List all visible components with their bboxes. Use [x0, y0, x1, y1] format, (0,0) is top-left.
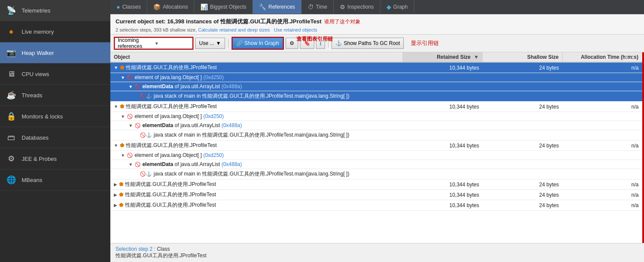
sidebar-item-threads[interactable]: ☕ Threads — [0, 85, 110, 106]
table-row[interactable]: ▶⬟性能调优篇.GUI工具的使用.JProfileTest10,344 byte… — [110, 190, 642, 200]
table-row[interactable]: ▶⬟性能调优篇.GUI工具的使用.JProfileTest10,344 byte… — [110, 200, 642, 211]
selection-step-link[interactable]: Selection step 2 : — [116, 246, 157, 252]
expand-icon[interactable]: ▼ — [121, 114, 125, 119]
tab-allocations[interactable]: 📦 Allocations — [147, 0, 194, 14]
object-type-icon: ⬟ — [119, 202, 123, 208]
object-address: (0x488a) — [222, 122, 242, 128]
use-dropdown-icon: ▼ — [216, 40, 221, 46]
shallow-size — [483, 130, 562, 141]
table-row[interactable]: ▼🚫element of java.lang.Object[ ] (0xd250… — [110, 73, 642, 82]
settings-icon: ⚙ — [290, 40, 294, 46]
tab-references[interactable]: 🔧 References — [253, 0, 301, 14]
sidebar-label-jee: JEE & Probes — [22, 156, 57, 162]
sidebar-item-cpu-views[interactable]: 🖥 CPU views — [0, 64, 110, 85]
table-row[interactable]: 🚫⚓java stack of main in 性能调优篇.GUI工具的使用.J… — [110, 91, 642, 102]
settings-button[interactable]: ⚙ — [286, 38, 298, 49]
tab-time[interactable]: ⏱ Time — [302, 0, 334, 14]
table-row[interactable]: ▼🚫elementData of java.util.ArrayList (0x… — [110, 121, 642, 130]
show-in-graph-button[interactable]: 🔗 Show In Graph — [232, 38, 283, 49]
tab-biggest-objects[interactable]: 📊 Biggest Objects — [194, 0, 253, 14]
classes-tab-icon: ● — [116, 3, 120, 10]
shallow-size: 24 bytes — [483, 190, 562, 200]
col-header-shallow[interactable]: Shallow Size — [483, 52, 562, 62]
use-button[interactable]: Use ... ▼ — [195, 38, 225, 49]
table-row[interactable]: ▼⬟性能调优篇.GUI工具的使用.JProfileTest10,344 byte… — [110, 102, 642, 112]
show-paths-button[interactable]: ⚓ Show Paths To GC Root — [332, 38, 404, 49]
bookmark-button[interactable]: 🔖 — [300, 38, 314, 49]
object-type-icon: 🚫 — [127, 114, 133, 119]
expand-icon[interactable]: ▼ — [129, 84, 133, 89]
sidebar-item-mbeans[interactable]: 🌐 MBeans — [0, 169, 110, 191]
col-header-retained[interactable]: Retained Size ▼ — [403, 52, 483, 62]
retained-size — [403, 151, 483, 160]
table-row[interactable]: ▼🚫element of java.lang.Object[ ] (0xd250… — [110, 112, 642, 121]
sidebar-item-telemetries[interactable]: 📡 Telemetries — [0, 0, 110, 21]
jee-icon: ⚙ — [5, 153, 17, 165]
info-icon: i — [320, 40, 322, 47]
retained-size — [403, 73, 483, 82]
alloc-time — [562, 121, 642, 130]
table-row[interactable]: ▼🚫elementData of java.util.ArrayList (0x… — [110, 160, 642, 169]
sort-arrow-icon: ▼ — [474, 54, 479, 60]
shallow-size: 24 bytes — [483, 141, 562, 151]
table-container[interactable]: Object Retained Size ▼ Shallow Size Allo… — [110, 52, 642, 243]
table-body: ▼⬟性能调优篇.GUI工具的使用.JProfileTest10,344 byte… — [110, 62, 642, 211]
expand-icon[interactable]: ▼ — [129, 162, 133, 167]
incoming-references-dropdown[interactable]: Incoming references ▼ — [115, 38, 193, 49]
expand-icon[interactable]: ▶ — [114, 203, 117, 208]
table-row[interactable]: ▼🚫element of java.lang.Object[ ] (0xd250… — [110, 151, 642, 160]
shallow-size — [483, 112, 562, 121]
use-retained-link[interactable]: Use retained objects — [274, 27, 317, 32]
table-row[interactable]: ▼🚫elementData of java.util.ArrayList (0x… — [110, 82, 642, 91]
tab-graph[interactable]: ◆ Graph — [380, 0, 414, 14]
object-address: (0xd250) — [203, 152, 224, 158]
tab-inspections[interactable]: ⚙ Inspections — [334, 0, 380, 14]
use-button-label: Use ... — [199, 40, 214, 46]
tab-allocations-label: Allocations — [163, 4, 188, 10]
col-header-alloc[interactable]: Allocation Time (h:m:s) — [562, 52, 642, 62]
expand-icon[interactable]: ▼ — [121, 153, 125, 158]
object-type-icon: ⬟ — [120, 64, 124, 70]
table-header-row: Object Retained Size ▼ Shallow Size Allo… — [110, 52, 642, 62]
expand-icon[interactable]: ▼ — [129, 123, 133, 128]
sidebar-label-threads: Threads — [22, 92, 42, 99]
expand-icon[interactable]: ▼ — [114, 143, 118, 148]
table-row[interactable]: ▶⬟性能调优篇.GUI工具的使用.JProfileTest10,344 byte… — [110, 179, 642, 190]
tab-classes[interactable]: ● Classes — [110, 0, 147, 14]
expand-icon[interactable]: ▶ — [114, 192, 117, 197]
retained-size — [403, 169, 483, 179]
status-class-name: 性能调优篇.GUI工具的使用.JProfileTest — [116, 252, 206, 259]
time-tab-icon: ⏱ — [308, 3, 314, 10]
table-row[interactable]: 🚫⚓java stack of main in 性能调优篇.GUI工具的使用.J… — [110, 169, 642, 179]
retained-size: 10,344 bytes — [403, 62, 483, 73]
alloc-time: n/a — [562, 190, 642, 200]
object-address: (0x488a) — [222, 83, 242, 89]
sidebar-item-jee-probes[interactable]: ⚙ JEE & Probes — [0, 148, 110, 169]
show-in-graph-label: Show In Graph — [245, 40, 279, 46]
table-row[interactable]: ▼⬟性能调优篇.GUI工具的使用.JProfileTest10,344 byte… — [110, 141, 642, 151]
tab-inspections-label: Inspections — [348, 4, 374, 10]
calculate-link[interactable]: Calculate retained and deep sizes — [198, 27, 270, 32]
object-address: (0xd250) — [203, 113, 224, 119]
sidebar-label-telemetries: Telemetries — [22, 7, 50, 14]
col-header-object: Object — [110, 52, 403, 62]
expand-icon[interactable]: ▼ — [114, 104, 118, 109]
alloc-time: n/a — [562, 62, 642, 73]
expand-icon[interactable]: ▶ — [114, 182, 117, 187]
sidebar-item-heap-walker[interactable]: 📷 Heap Walker — [0, 42, 110, 64]
show-in-graph-icon: 🔗 — [236, 40, 243, 46]
sidebar-item-databases[interactable]: 🗃 Databases — [0, 127, 110, 148]
status-type: Class — [157, 246, 170, 252]
tab-references-label: References — [268, 4, 295, 10]
alloc-time — [562, 151, 642, 160]
table-row[interactable]: ▼⬟性能调优篇.GUI工具的使用.JProfileTest10,344 byte… — [110, 62, 642, 73]
info-button[interactable]: i — [316, 38, 325, 49]
sidebar-item-live-memory[interactable]: ● Live memory — [0, 21, 110, 42]
expand-icon[interactable]: ▼ — [114, 65, 118, 70]
shallow-size — [483, 82, 562, 91]
table-row[interactable]: 🚫⚓java stack of main in 性能调优篇.GUI工具的使用.J… — [110, 130, 642, 141]
shallow-size — [483, 91, 562, 102]
toolbar-container: Incoming references ▼ Use ... ▼ 🔗 Show I… — [110, 35, 644, 52]
sidebar-item-monitors-locks[interactable]: 🔒 Monitors & locks — [0, 106, 110, 127]
expand-icon[interactable]: ▼ — [121, 75, 125, 80]
